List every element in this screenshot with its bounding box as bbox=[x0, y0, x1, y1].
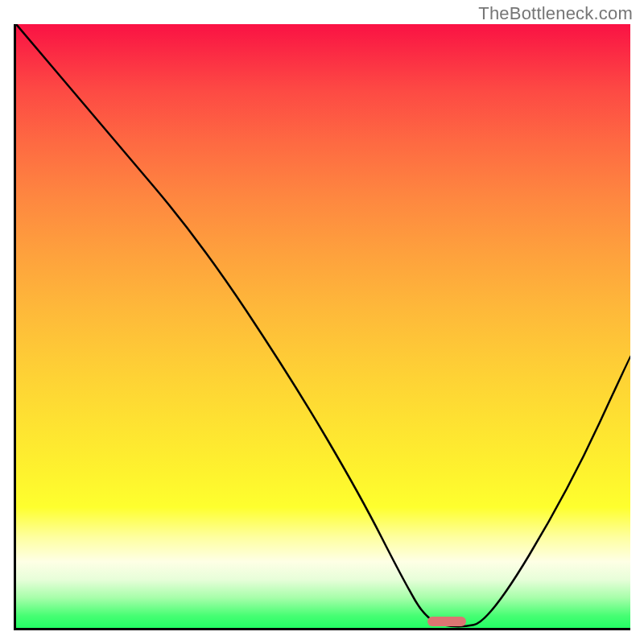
bottleneck-curve bbox=[16, 24, 630, 628]
bottleneck-chart: TheBottleneck.com bbox=[0, 0, 644, 644]
optimum-marker bbox=[427, 617, 466, 626]
plot-area bbox=[14, 24, 630, 630]
watermark-label: TheBottleneck.com bbox=[478, 3, 633, 24]
